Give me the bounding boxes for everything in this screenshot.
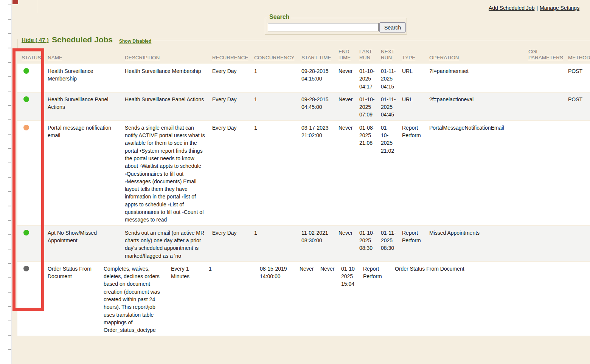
status-dot: [23, 125, 29, 130]
cell-next-run: 01-11-2025 08:30: [380, 226, 401, 261]
jobs-panel-border-left: [17, 39, 19, 49]
cell-next-run: 01-11-2025 04:15: [380, 64, 401, 92]
cell-description: Sends a single email that can notify ACT…: [124, 121, 211, 225]
cell-start-time: 09-28-2015 04:45:00: [301, 93, 338, 120]
cell-recurrence: Every 1 Minutes: [170, 262, 208, 336]
cell-end-time: Never: [338, 64, 359, 92]
status-dot: [23, 230, 29, 235]
status-dot: [23, 68, 29, 74]
cell-recurrence: Every Day: [211, 93, 253, 120]
cell-concurrency: 1: [253, 226, 301, 261]
search-input[interactable]: [268, 23, 379, 31]
cell-end-time: Never: [338, 226, 359, 261]
cell-type: Report Perform: [362, 262, 394, 336]
cell-concurrency: 1: [253, 64, 301, 92]
column-header-end-time[interactable]: END TIME: [338, 49, 359, 64]
cell-status: [17, 93, 47, 120]
cell-method: [567, 121, 590, 225]
link-separator: |: [536, 5, 538, 11]
frame-divider: [37, 0, 37, 13]
cell-description: Completes, waives, deletes, declines ord…: [103, 262, 170, 336]
left-gutter: [0, 0, 12, 364]
column-header-operation[interactable]: OPERATION: [429, 55, 528, 64]
cell-last-run: 01-10-2025 08:30: [359, 226, 380, 261]
cell-recurrence: Every Day: [211, 121, 253, 225]
cell-recurrence: Every Day: [211, 226, 253, 261]
cell-last-run: 01-10-2025 04:17: [359, 64, 380, 92]
cell-recurrence: Every Day: [211, 64, 253, 92]
cell-method: POST: [567, 93, 590, 120]
job-row: Health Surveillance Panel Actions Health…: [17, 93, 590, 121]
cell-operation: ?f=panelactioneval: [429, 93, 528, 120]
job-row: Health Surveillance Membership Health Su…: [17, 64, 590, 93]
cell-method: POST: [567, 64, 590, 92]
jobs-panel-border: [153, 39, 590, 40]
cell-type: URL: [401, 93, 429, 120]
cell-end-time: Never: [338, 121, 359, 225]
cell-concurrency: 1: [208, 262, 259, 336]
cell-concurrency: 1: [253, 121, 301, 225]
cell-end-time: Never: [338, 93, 359, 120]
column-header-name[interactable]: NAME: [47, 55, 124, 64]
cell-type: Report Perform: [401, 226, 429, 261]
column-header-start-time[interactable]: START TIME: [301, 55, 338, 64]
cell-cgi-parameters: [492, 262, 529, 336]
scheduled-jobs-table: STATUS NAME DESCRIPTION RECURRENCE CONCU…: [17, 48, 590, 336]
cell-description: Sends out an email (on active MR charts …: [124, 226, 211, 261]
cell-operation: Missed Appointments: [429, 226, 528, 261]
cell-name: Health Surveillance Panel Actions: [47, 93, 124, 120]
cell-status: [17, 121, 47, 225]
cell-name: Order Status From Document: [47, 262, 103, 336]
cell-next-run: 01-10-2025 21:02: [380, 121, 401, 225]
cell-name: Apt No Show/Missed Appointment: [47, 226, 124, 261]
cell-start-time: 11-02-2021 08:30:00: [301, 226, 338, 261]
cell-status: [17, 262, 47, 336]
cell-name: Portal message notification email: [47, 121, 124, 225]
cell-method: [567, 226, 590, 261]
column-header-status[interactable]: STATUS: [17, 55, 47, 64]
show-disabled-link[interactable]: Show Disabled: [119, 39, 151, 44]
manage-settings-link[interactable]: Manage Settings: [540, 5, 579, 11]
column-header-recurrence[interactable]: RECURRENCE: [211, 55, 253, 64]
column-header-type[interactable]: TYPE: [401, 55, 429, 64]
column-header-next-run[interactable]: NEXT RUN: [380, 49, 401, 64]
gutter-tick-marks: [8, 5, 11, 360]
column-header-concurrency[interactable]: CONCURRENCY: [253, 55, 301, 64]
cell-name: Health Surveillance Membership: [47, 64, 124, 92]
add-scheduled-job-link[interactable]: Add Scheduled Job: [489, 5, 534, 11]
cell-start-time: 09-28-2015 04:15:00: [301, 64, 338, 92]
cell-next-run: 01-10-2025 15:04: [340, 262, 362, 336]
job-row: Order Status From Document Completes, wa…: [17, 262, 590, 336]
page-title: Scheduled Jobs: [52, 35, 113, 44]
cell-start-time: 03-17-2023 21:02:00: [301, 121, 338, 225]
hide-count-link[interactable]: Hide ( 47 ): [22, 37, 49, 43]
column-header-last-run[interactable]: LAST RUN: [359, 49, 380, 64]
cell-start-time: 08-15-2019 14:00:00: [259, 262, 299, 336]
cell-cgi-parameters: [528, 64, 567, 92]
status-dot: [23, 266, 29, 271]
scheduled-jobs-page: Add Scheduled Job|Manage Settings Search…: [0, 0, 590, 364]
cell-type: URL: [401, 64, 429, 92]
cell-method: [529, 262, 590, 336]
job-row: Apt No Show/Missed Appointment Sends out…: [17, 226, 590, 262]
annotation-mark: [12, 0, 18, 4]
column-header-cgi-parameters[interactable]: CGI PARAMETERS: [528, 49, 567, 64]
column-header-method[interactable]: METHOD: [567, 55, 590, 64]
cell-operation: PortalMessageNotificationEmail: [429, 121, 528, 225]
job-row: Portal message notification email Sends …: [17, 121, 590, 226]
search-button[interactable]: Search: [379, 22, 406, 33]
cell-last-run: 01-10-2025 07:09: [359, 93, 380, 120]
column-header-description[interactable]: DESCRIPTION: [124, 55, 211, 64]
cell-description: Health Surveillance Panel Actions: [124, 93, 211, 120]
cell-cgi-parameters: [528, 226, 567, 261]
cell-last-run: Never: [320, 262, 340, 336]
cell-next-run: 01-11-2025 04:45: [380, 93, 401, 120]
header-links: Add Scheduled Job|Manage Settings: [489, 5, 579, 11]
cell-operation: ?f=panelmemset: [429, 64, 528, 92]
cell-cgi-parameters: [528, 121, 567, 225]
table-header-row: STATUS NAME DESCRIPTION RECURRENCE CONCU…: [17, 48, 590, 64]
cell-last-run: 01-08-2025 21:08: [359, 121, 380, 225]
cell-operation: Order Status From Document: [394, 262, 492, 336]
search-legend: Search: [267, 14, 291, 20]
cell-status: [17, 64, 47, 92]
